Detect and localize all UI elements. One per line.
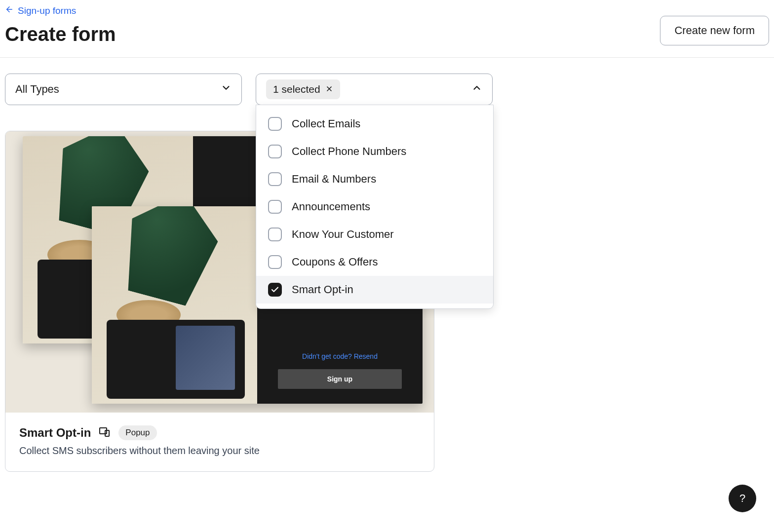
devices-icon: [99, 426, 111, 440]
option-label: Email & Numbers: [292, 173, 376, 186]
chevron-up-icon: [471, 82, 482, 96]
option-know-your-customer[interactable]: Know Your Customer: [256, 221, 493, 248]
checkbox-icon: [268, 255, 282, 269]
option-label: Know Your Customer: [292, 228, 394, 241]
filter-types-label: All Types: [15, 83, 59, 96]
checkbox-icon: [268, 200, 282, 214]
close-icon[interactable]: [325, 83, 333, 95]
filter-types-dropdown[interactable]: All Types: [5, 74, 242, 105]
resend-link: Didn't get code? Resend: [302, 352, 378, 360]
help-icon: ?: [739, 492, 745, 505]
chip-label: 1 selected: [273, 83, 320, 95]
checkbox-icon: [268, 117, 282, 131]
breadcrumb-label: Sign-up forms: [18, 5, 76, 16]
filter-categories-dropdown[interactable]: 1 selected Collect Emails Collect Phone …: [256, 74, 493, 105]
option-label: Announcements: [292, 200, 370, 213]
signup-button-preview: Sign up: [278, 369, 402, 389]
option-smart-opt-in[interactable]: Smart Opt-in: [256, 276, 493, 304]
selected-count-chip[interactable]: 1 selected: [266, 79, 340, 99]
option-announcements[interactable]: Announcements: [256, 193, 493, 221]
option-email-and-numbers[interactable]: Email & Numbers: [256, 165, 493, 193]
checkbox-icon: [268, 145, 282, 158]
checkbox-icon: [268, 228, 282, 241]
option-label: Smart Opt-in: [292, 283, 353, 296]
checkbox-checked-icon: [268, 283, 282, 297]
create-new-form-button[interactable]: Create new form: [660, 16, 769, 45]
chevron-down-icon: [221, 82, 232, 96]
page-title: Create form: [5, 23, 116, 45]
help-button[interactable]: ?: [729, 485, 756, 512]
preview-image: [92, 206, 257, 404]
categories-dropdown-panel: Collect Emails Collect Phone Numbers Ema…: [256, 105, 494, 309]
checkbox-icon: [268, 172, 282, 186]
card-type-badge: Popup: [118, 425, 156, 440]
arrow-left-icon: [5, 5, 14, 16]
option-collect-emails[interactable]: Collect Emails: [256, 110, 493, 138]
option-collect-phone-numbers[interactable]: Collect Phone Numbers: [256, 138, 493, 165]
breadcrumb-signup-forms[interactable]: Sign-up forms: [5, 5, 76, 16]
card-title: Smart Opt-in: [19, 426, 91, 440]
option-label: Collect Emails: [292, 117, 360, 130]
option-label: Coupons & Offers: [292, 256, 378, 268]
option-label: Collect Phone Numbers: [292, 145, 406, 158]
option-coupons-and-offers[interactable]: Coupons & Offers: [256, 248, 493, 276]
card-description: Collect SMS subscribers without them lea…: [19, 445, 420, 456]
